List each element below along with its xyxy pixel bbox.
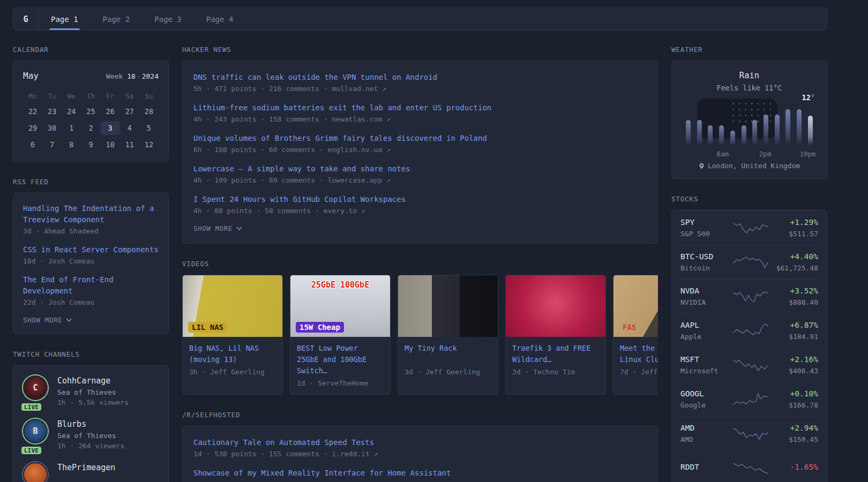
- weather-section-title: WEATHER: [671, 46, 827, 54]
- selfhosted-widget: Cautionary Tale on Automated Speed Tests…: [182, 426, 658, 482]
- stock-row[interactable]: GOOGL Google +0.10% $166.78: [680, 382, 818, 416]
- stock-identity: GOOGL Google: [680, 389, 728, 410]
- video-meta: 3d · Jeff Geerling: [405, 368, 491, 376]
- hackernews-item-domain-link[interactable]: mullvad.net ↗: [319, 85, 386, 93]
- right-column: WEATHER Rain Feels like 11°C 12° 6am2pm1…: [671, 46, 827, 482]
- twitch-channel-name: ThePrimeagen: [57, 462, 115, 473]
- stock-identity: BTC-USD Bitcoin: [680, 252, 728, 273]
- hackernews-item-title[interactable]: I Spent 24 Hours with GitHub Copilot Wor…: [193, 195, 406, 204]
- stock-row[interactable]: AMD AMD +2.94% $150.45: [680, 416, 818, 450]
- rss-show-more-button[interactable]: SHOW MORE: [23, 316, 159, 324]
- hackernews-item-stats: 5h · 471 points · 216 comments: [193, 85, 319, 93]
- hackernews-item-title[interactable]: Unique volumes of Brothers Grimm fairy t…: [193, 134, 487, 142]
- video-card-body: Meet the Linux Clu 7d · Jeff Geerling: [613, 337, 658, 383]
- twitch-channel-row[interactable]: C LIVE CohhCarnage Sea of Thieves 1h · 5…: [23, 375, 159, 408]
- hackernews-item-domain-link[interactable]: every.to ↗: [311, 207, 365, 215]
- video-thumbnail[interactable]: 25GbE 100GbE 15W Cheap: [290, 275, 390, 337]
- rss-list: Handling The Indentation of a Treeview C…: [23, 203, 159, 306]
- hackernews-item-meta: 5h · 471 points · 216 commentsmullvad.ne…: [193, 85, 647, 93]
- app-logo[interactable]: G: [13, 8, 39, 30]
- twitch-channel-name: CohhCarnage: [57, 375, 129, 386]
- selfhosted-section: /R/SELFHOSTED Cautionary Tale on Automat…: [182, 411, 658, 482]
- twitch-avatar-wrap: C LIVE: [23, 375, 49, 408]
- hackernews-show-more-button[interactable]: SHOW MORE: [193, 224, 647, 232]
- hackernews-item-title[interactable]: DNS traffic can leak outside the VPN tun…: [193, 73, 437, 81]
- rss-item-title[interactable]: CSS in React Server Components: [23, 244, 159, 255]
- stock-numbers: -1.65%: [773, 462, 818, 474]
- video-card[interactable]: LIL NAS Big NAS, Lil NAS (moving 13) 3h …: [182, 275, 283, 395]
- twitch-section: TWITCH CHANNELS C LIVE CohhCarnage Sea o…: [13, 350, 169, 482]
- video-card[interactable]: 25GbE 100GbE 15W Cheap BEST Low Power 25…: [290, 275, 391, 395]
- twitch-channel-game: Sea of Thieves: [57, 431, 124, 441]
- video-thumbnail[interactable]: [398, 275, 498, 337]
- rss-item-title[interactable]: The End of Front-End Development: [23, 274, 159, 297]
- stock-row[interactable]: NVDA NVIDIA +3.52% $888.40: [680, 279, 818, 313]
- video-meta: 1d · ServeTheHome: [297, 379, 384, 387]
- hour-label: 2pm: [759, 150, 772, 158]
- selfhosted-list: Cautionary Tale on Automated Speed Tests…: [193, 437, 647, 479]
- selfhosted-item-stats: 1d · 538 points · 155 comments: [193, 450, 319, 458]
- stock-row[interactable]: BTC-USD Bitcoin +4.40% $61,725.48: [680, 245, 818, 279]
- stock-row[interactable]: AAPL Apple +6.87% $184.91: [680, 313, 818, 348]
- video-title[interactable]: Big NAS, Lil NAS (moving 13): [189, 343, 276, 365]
- stock-row[interactable]: SPY S&P 500 +1.29% $511.57: [680, 210, 818, 245]
- hackernews-item-domain-link[interactable]: english.nv.ua ↗: [315, 146, 391, 154]
- rss-item-title[interactable]: Handling The Indentation of a Treeview C…: [23, 203, 159, 225]
- week-label: Week: [106, 72, 123, 80]
- stock-change-percent: -1.65%: [773, 462, 818, 472]
- video-thumbnail[interactable]: [506, 275, 605, 337]
- video-card[interactable]: My Tiny Rack 3d · Jeff Geerling: [398, 275, 498, 395]
- page-tab-label: Page 3: [154, 15, 182, 24]
- twitch-channel-row[interactable]: B LIVE Blurbs Sea of Thieves 1h · 264 vi…: [23, 419, 159, 451]
- weekday-label: Fr: [101, 91, 120, 102]
- stock-row[interactable]: RDDT -1.65%: [680, 450, 818, 482]
- page-tab[interactable]: Page 4: [194, 8, 246, 30]
- video-title[interactable]: My Tiny Rack: [405, 343, 491, 365]
- calendar-day: 1: [62, 121, 81, 135]
- video-thumbnail[interactable]: FAS: [613, 275, 658, 337]
- calendar-month: May: [23, 71, 39, 81]
- selfhosted-item-domain-link[interactable]: i.redd.it ↗: [319, 450, 378, 458]
- video-title[interactable]: Meet the Linux Clu: [620, 343, 658, 365]
- selfhosted-item-title[interactable]: Showcase of my Mixed Reality Interface f…: [193, 469, 451, 477]
- page-tab[interactable]: Page 3: [142, 8, 194, 30]
- hackernews-item-stats: 4h · 243 points · 158 comments: [193, 115, 319, 123]
- weather-temp-bar: [797, 109, 802, 146]
- rss-widget: Handling The Indentation of a Treeview C…: [13, 193, 169, 334]
- twitch-channel-row[interactable]: ThePrimeagen: [23, 462, 159, 482]
- video-title[interactable]: Traefik 3 and FREE Wildcard…: [512, 343, 599, 365]
- left-column: CALENDAR May Week 18·2024 MoTuWeThFrSaSu…: [13, 46, 169, 482]
- hackernews-item-domain-link[interactable]: newatlas.com ↗: [319, 115, 391, 123]
- stock-sparkline-chart: [731, 219, 770, 237]
- video-card[interactable]: Traefik 3 and FREE Wildcard… 3d · Techno…: [505, 275, 606, 395]
- avatar: [23, 462, 48, 482]
- page-tab-label: Page 2: [103, 15, 130, 24]
- hackernews-item-domain-link[interactable]: lowercase.app ↗: [315, 176, 391, 184]
- video-thumbnail[interactable]: LIL NAS: [183, 275, 282, 337]
- video-card[interactable]: FAS Meet the Linux Clu 7d · Jeff Geerlin…: [613, 275, 658, 395]
- stock-name: Google: [680, 401, 728, 410]
- weather-temp-bar: [686, 120, 691, 146]
- location-pin-icon: [699, 162, 705, 170]
- videos-section: VIDEOS LIL NAS Big NAS, Lil NAS (moving …: [182, 260, 658, 395]
- avatar: C: [23, 375, 48, 400]
- stock-symbol: GOOGL: [680, 389, 728, 399]
- stock-price: $184.91: [773, 332, 818, 342]
- hackernews-item-stats: 6h · 188 points · 60 comments: [193, 146, 315, 154]
- middle-column: HACKER NEWS DNS traffic can leak outside…: [182, 46, 658, 482]
- stock-price: $166.78: [773, 401, 818, 410]
- hackernews-item-title[interactable]: Lithium-free sodium batteries exit the l…: [193, 103, 491, 112]
- weekday-label: Mo: [23, 91, 42, 102]
- page-tab[interactable]: Page 1: [39, 8, 91, 30]
- hackernews-item-meta: 4h · 243 points · 158 commentsnewatlas.c…: [193, 115, 647, 123]
- avatar: B: [23, 419, 48, 443]
- stock-row[interactable]: MSFT Microsoft +2.16% $406.43: [680, 348, 818, 382]
- video-title[interactable]: BEST Low Power 25GbE and 100GbE Switch…: [297, 343, 384, 376]
- page-tab-label: Page 4: [206, 15, 234, 24]
- stock-name: Apple: [680, 332, 728, 342]
- hackernews-item: DNS traffic can leak outside the VPN tun…: [193, 72, 647, 93]
- page-tab[interactable]: Page 2: [91, 8, 143, 30]
- weather-temp-bar: [730, 131, 735, 146]
- hackernews-item-title[interactable]: Lowercase – A simple way to take and sha…: [193, 164, 410, 173]
- selfhosted-item-title[interactable]: Cautionary Tale on Automated Speed Tests: [193, 438, 374, 447]
